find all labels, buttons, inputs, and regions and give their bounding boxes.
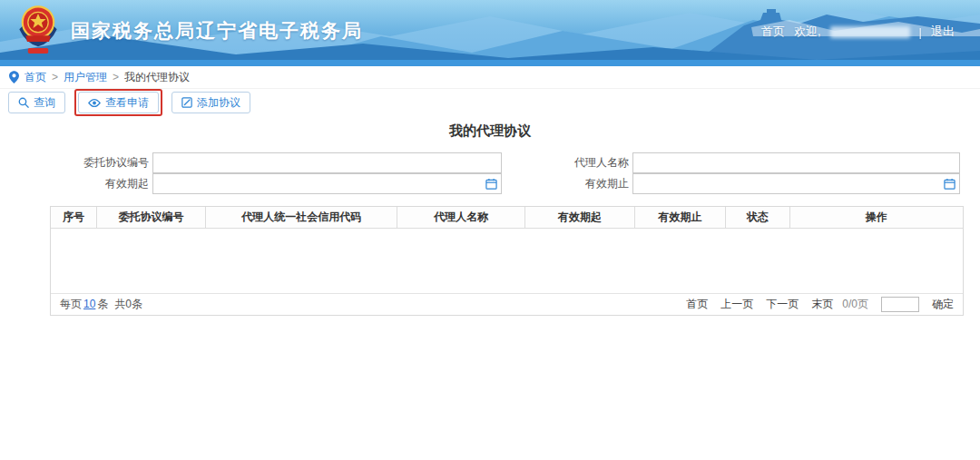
agent-name-label: 代理人名称: [502, 155, 632, 171]
col-valid-to: 有效期止: [634, 207, 726, 228]
welcome-label: 欢迎,: [794, 24, 821, 40]
pagination-bar: 每页 10 条 共0条 首页 上一页 下一页 末页 0/0页 确定: [51, 293, 963, 315]
banner-bottom-strip: [0, 60, 980, 66]
agreement-no-input[interactable]: [153, 153, 501, 172]
tax-bureau-emblem-logo: [15, 3, 62, 59]
query-button[interactable]: 查询: [8, 92, 65, 113]
edit-icon: [181, 97, 192, 108]
nav-separator: |: [919, 25, 922, 39]
per-page-prefix: 每页: [60, 297, 82, 312]
breadcrumb-separator: >: [52, 71, 58, 83]
page-title: 我的代理协议: [0, 122, 980, 140]
pagination-summary: 每页 10 条 共0条: [60, 297, 142, 312]
calendar-icon[interactable]: [485, 178, 497, 190]
pagination-controls: 首页 上一页 下一页 末页 0/0页 确定: [686, 297, 954, 312]
valid-from-input[interactable]: [153, 174, 501, 193]
add-agreement-button-label: 添加协议: [197, 95, 240, 111]
location-pin-icon: [9, 71, 19, 83]
header-home-link[interactable]: 首页: [761, 24, 785, 40]
confirm-page-button[interactable]: 确定: [932, 297, 954, 312]
add-agreement-button[interactable]: 添加协议: [172, 92, 250, 113]
agent-name-input[interactable]: [633, 153, 959, 172]
field-valid-to: 有效期止: [502, 173, 980, 194]
per-page-size-link[interactable]: 10: [83, 298, 95, 310]
col-agreement-no: 委托协议编号: [96, 207, 206, 228]
table-header-row: 序号 委托协议编号 代理人统一社会信用代码 代理人名称 有效期起 有效期止 状态…: [51, 207, 963, 228]
prev-page-link[interactable]: 上一页: [720, 297, 753, 312]
query-button-label: 查询: [34, 95, 55, 111]
valid-to-label: 有效期止: [502, 176, 632, 191]
site-title: 国家税务总局辽宁省电子税务局: [71, 18, 363, 44]
breadcrumb-separator: >: [113, 71, 119, 83]
search-icon: [18, 97, 29, 108]
col-valid-from: 有效期起: [525, 207, 635, 228]
header-nav: 首页 欢迎, | 退出: [761, 24, 955, 40]
redacted-username: [830, 26, 910, 38]
toolbar: 查询 查看申请 添加协议: [0, 89, 980, 116]
search-form: 委托协议编号 代理人名称 有效期起 有效期止: [0, 152, 980, 194]
view-application-button-label: 查看申请: [105, 95, 149, 111]
search-form-section: 委托协议编号 代理人名称 有效期起 有效期止: [0, 152, 980, 194]
field-agreement-no: 委托协议编号: [0, 152, 502, 173]
col-actions: 操作: [789, 207, 963, 228]
eye-icon: [88, 98, 101, 108]
col-status: 状态: [726, 207, 789, 228]
header-banner: 国家税务总局辽宁省电子税务局 首页 欢迎, | 退出: [0, 0, 980, 66]
logout-link[interactable]: 退出: [931, 24, 955, 40]
next-page-link[interactable]: 下一页: [766, 297, 799, 312]
total-count-label: 共0条: [114, 297, 142, 312]
breadcrumb: 首页 > 用户管理 > 我的代理协议: [0, 66, 980, 89]
per-page-suffix: 条: [97, 297, 108, 312]
breadcrumb-current-page: 我的代理协议: [124, 70, 190, 85]
field-agent-name: 代理人名称: [502, 152, 980, 173]
breadcrumb-user-management[interactable]: 用户管理: [64, 70, 107, 85]
valid-from-label: 有效期起: [0, 176, 152, 191]
view-application-button[interactable]: 查看申请: [78, 92, 159, 113]
agreement-no-label: 委托协议编号: [0, 155, 152, 171]
page-jump-input[interactable]: [881, 297, 919, 312]
field-valid-from: 有效期起: [0, 173, 502, 194]
red-highlight-annotation: 查看申请: [74, 89, 162, 116]
page-indicator: 0/0页: [842, 297, 868, 312]
calendar-icon[interactable]: [944, 178, 956, 190]
first-page-link[interactable]: 首页: [686, 297, 708, 312]
empty-table-body: [51, 229, 963, 293]
breadcrumb-home[interactable]: 首页: [24, 70, 46, 85]
col-seq: 序号: [51, 207, 96, 228]
col-agent-name: 代理人名称: [397, 207, 525, 228]
col-credit-code: 代理人统一社会信用代码: [206, 207, 397, 228]
last-page-link[interactable]: 末页: [811, 297, 833, 312]
valid-to-input[interactable]: [633, 174, 959, 193]
results-table: 序号 委托协议编号 代理人统一社会信用代码 代理人名称 有效期起 有效期止 状态…: [50, 206, 964, 316]
